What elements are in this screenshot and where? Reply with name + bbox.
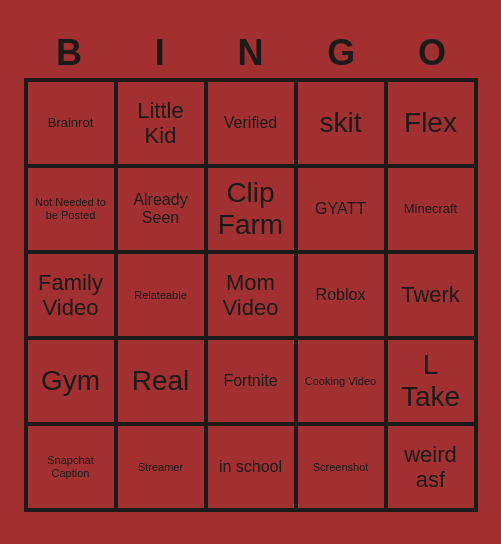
bingo-cell-14[interactable]: Twerk	[386, 252, 476, 338]
bingo-cell-16[interactable]: Real	[116, 338, 206, 424]
cell-text-1: Little Kid	[122, 98, 200, 149]
cell-text-21: Streamer	[138, 461, 183, 474]
title-n: N	[207, 32, 293, 74]
bingo-title: B I N G O	[24, 32, 478, 74]
title-g: G	[298, 32, 384, 74]
title-i: I	[117, 32, 203, 74]
cell-text-11: Relateable	[134, 289, 187, 302]
bingo-card: B I N G O BrainrotLittle KidVerifiedskit…	[16, 24, 486, 520]
cell-text-18: Cooking Video	[305, 375, 376, 388]
cell-text-3: skit	[320, 107, 362, 139]
cell-text-24: weird asf	[392, 442, 470, 493]
cell-text-8: GYATT	[315, 200, 366, 218]
bingo-cell-18[interactable]: Cooking Video	[296, 338, 386, 424]
bingo-cell-2[interactable]: Verified	[206, 80, 296, 166]
bingo-cell-1[interactable]: Little Kid	[116, 80, 206, 166]
bingo-grid: BrainrotLittle KidVerifiedskitFlexNot Ne…	[24, 78, 478, 512]
bingo-cell-13[interactable]: Roblox	[296, 252, 386, 338]
cell-text-16: Real	[132, 365, 190, 397]
cell-text-17: Fortnite	[223, 372, 277, 390]
bingo-cell-0[interactable]: Brainrot	[26, 80, 116, 166]
cell-text-13: Roblox	[316, 286, 366, 304]
cell-text-9: Minecraft	[404, 202, 457, 217]
bingo-cell-5[interactable]: Not Needed to be Posted	[26, 166, 116, 252]
cell-text-20: Snapchat Caption	[32, 454, 110, 479]
cell-text-14: Twerk	[401, 282, 460, 307]
bingo-cell-21[interactable]: Streamer	[116, 424, 206, 510]
bingo-cell-20[interactable]: Snapchat Caption	[26, 424, 116, 510]
bingo-cell-17[interactable]: Fortnite	[206, 338, 296, 424]
bingo-cell-15[interactable]: Gym	[26, 338, 116, 424]
bingo-cell-10[interactable]: Family Video	[26, 252, 116, 338]
bingo-cell-4[interactable]: Flex	[386, 80, 476, 166]
cell-text-12: Mom Video	[212, 270, 290, 321]
cell-text-23: Screenshot	[313, 461, 369, 474]
bingo-cell-24[interactable]: weird asf	[386, 424, 476, 510]
bingo-cell-12[interactable]: Mom Video	[206, 252, 296, 338]
cell-text-10: Family Video	[32, 270, 110, 321]
title-o: O	[389, 32, 475, 74]
cell-text-2: Verified	[224, 114, 277, 132]
bingo-cell-3[interactable]: skit	[296, 80, 386, 166]
cell-text-6: Already Seen	[122, 191, 200, 228]
cell-text-0: Brainrot	[48, 116, 94, 131]
bingo-cell-22[interactable]: in school	[206, 424, 296, 510]
bingo-cell-8[interactable]: GYATT	[296, 166, 386, 252]
bingo-cell-19[interactable]: L Take	[386, 338, 476, 424]
bingo-cell-23[interactable]: Screenshot	[296, 424, 386, 510]
title-b: B	[26, 32, 112, 74]
bingo-cell-9[interactable]: Minecraft	[386, 166, 476, 252]
cell-text-19: L Take	[392, 349, 470, 413]
bingo-cell-11[interactable]: Relateable	[116, 252, 206, 338]
cell-text-4: Flex	[404, 107, 457, 139]
cell-text-15: Gym	[41, 365, 100, 397]
bingo-cell-7[interactable]: Clip Farm	[206, 166, 296, 252]
cell-text-22: in school	[219, 458, 282, 476]
cell-text-5: Not Needed to be Posted	[32, 196, 110, 221]
bingo-cell-6[interactable]: Already Seen	[116, 166, 206, 252]
cell-text-7: Clip Farm	[212, 177, 290, 241]
